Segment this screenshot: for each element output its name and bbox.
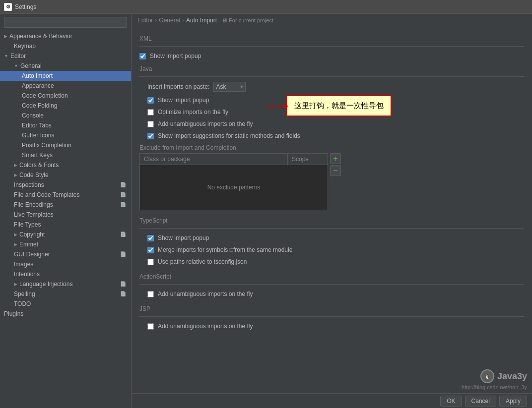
exclude-table: Class or package Scope No exclude patter…	[139, 153, 328, 210]
sidebar-item-file-and-code-templates[interactable]: File and Code Templates 📄	[0, 190, 131, 200]
as-add-unambiguous-checkbox[interactable]	[147, 291, 154, 297]
sidebar-item-code-style[interactable]: ▶ Code Style	[0, 170, 131, 180]
sidebar-item-images[interactable]: Images	[0, 259, 131, 269]
sidebar-item-spelling[interactable]: Spelling 📄	[0, 289, 131, 299]
breadcrumb: Editor › General › Auto Import 🖥 For cur…	[132, 14, 532, 27]
sidebar-item-colors-fonts[interactable]: ▶ Colors & Fonts	[0, 160, 131, 170]
sidebar-item-label: Inspections	[14, 181, 44, 188]
sidebar-item-code-completion[interactable]: Code Completion	[0, 91, 131, 101]
java-show-import-popup-label: Show import popup	[158, 97, 209, 104]
sidebar-item-postfix-completion[interactable]: Postfix Completion	[0, 140, 131, 150]
sidebar-item-emmet[interactable]: ▶ Emmet	[0, 239, 131, 249]
exclude-col-class: Class or package	[140, 154, 288, 165]
page-icon: 📄	[120, 291, 127, 297]
sidebar-item-label: Keymap	[14, 43, 36, 50]
ts-use-paths-checkbox[interactable]	[147, 259, 154, 265]
insert-imports-select[interactable]: Ask Always Never	[213, 82, 246, 92]
java-checkboxes-container: Show import popup Optimize imports on th…	[147, 96, 524, 140]
breadcrumb-auto-import: Auto Import	[186, 17, 217, 24]
sidebar-item-auto-import[interactable]: Auto Import	[0, 71, 131, 81]
xml-show-import-popup-label: Show import popup	[150, 53, 201, 59]
content-panel: Editor › General › Auto Import 🖥 For cur…	[132, 14, 532, 408]
java-show-static-checkbox[interactable]	[147, 133, 154, 139]
sidebar-item-plugins[interactable]: Plugins	[0, 309, 131, 319]
breadcrumb-editor: Editor	[137, 17, 153, 24]
sidebar-item-label: GUI Designer	[14, 251, 50, 258]
actionscript-section-label: ActionScript	[139, 273, 524, 280]
ts-merge-imports-row: Merge imports for symbols □from the same…	[147, 245, 524, 254]
remove-pattern-button[interactable]: −	[330, 165, 341, 176]
sidebar-item-label: Language Injections	[19, 281, 72, 288]
sidebar-item-code-folding[interactable]: Code Folding	[0, 101, 131, 111]
table-buttons: + −	[330, 153, 341, 176]
sidebar-item-label: File and Code Templates	[14, 191, 80, 198]
exclude-label: Exclude from Import and Completion	[139, 144, 524, 151]
java-optimize-imports-checkbox[interactable]	[147, 109, 154, 116]
cancel-button[interactable]: Cancel	[465, 396, 496, 407]
jsp-section: JSP Add unambiguous imports on the fly	[139, 305, 524, 331]
sidebar-item-editor[interactable]: ▼ Editor	[0, 51, 131, 61]
sidebar-item-label: Auto Import	[22, 72, 53, 79]
annotation-text: 这里打钩，就是一次性导包	[294, 101, 384, 110]
add-pattern-button[interactable]: +	[330, 153, 341, 164]
ts-merge-imports-checkbox[interactable]	[147, 247, 154, 253]
chevron-right-icon: ▶	[14, 232, 17, 237]
page-icon: 📄	[120, 281, 127, 287]
xml-show-import-popup-checkbox[interactable]	[139, 53, 146, 59]
sidebar-item-file-types[interactable]: File Types	[0, 220, 131, 230]
sidebar-item-copyright[interactable]: ▶ Copyright 📄	[0, 230, 131, 239]
sidebar-item-keymap[interactable]: Keymap	[0, 41, 131, 51]
sidebar-item-file-encodings[interactable]: File Encodings 📄	[0, 200, 131, 210]
java-add-unambiguous-checkbox[interactable]	[147, 121, 154, 127]
sidebar-item-label: Postfix Completion	[22, 142, 71, 149]
sidebar-item-label: Emmet	[19, 241, 38, 248]
java-show-import-popup-checkbox[interactable]	[147, 97, 154, 104]
sidebar: ▶ Appearance & Behavior Keymap ▼ Editor …	[0, 14, 132, 408]
sidebar-item-language-injections[interactable]: ▶ Language Injections 📄	[0, 279, 131, 289]
apply-button[interactable]: Apply	[499, 396, 527, 407]
page-icon: 📄	[120, 251, 127, 257]
sidebar-item-console[interactable]: Console	[0, 111, 131, 120]
sidebar-item-editor-tabs[interactable]: Editor Tabs	[0, 120, 131, 130]
search-box[interactable]	[0, 14, 131, 31]
chevron-right-icon: ▶	[14, 173, 17, 177]
sidebar-item-smart-keys[interactable]: Smart Keys	[0, 150, 131, 160]
breadcrumb-arrow: ›	[155, 17, 157, 24]
sidebar-item-label: Appearance & Behavior	[9, 33, 72, 40]
jsp-section-label: JSP	[139, 305, 524, 312]
insert-imports-select-wrapper[interactable]: Ask Always Never	[213, 82, 246, 92]
ts-use-paths-label: Use paths relative to tsconfig.json	[158, 258, 247, 265]
sidebar-item-label: Intentions	[14, 271, 40, 278]
sidebar-item-gutter-icons[interactable]: Gutter Icons	[0, 130, 131, 140]
sidebar-item-label: General	[20, 62, 42, 69]
settings-content: XML Show import popup Java Insert import…	[132, 27, 532, 393]
java-add-unambiguous-label: Add unambiguous imports on the fly	[158, 120, 253, 127]
page-icon: 📄	[120, 182, 127, 188]
annotation-container: 这里打钩，就是一次性导包	[266, 103, 392, 117]
sidebar-item-appearance[interactable]: Appearance	[0, 81, 131, 91]
java-divider	[139, 76, 524, 77]
search-input[interactable]	[4, 17, 127, 28]
sidebar-item-label: Images	[14, 261, 33, 268]
sidebar-item-label: Live Templates	[14, 211, 54, 218]
java-show-static-row: Show import suggestions for static metho…	[147, 131, 524, 140]
window-title: Settings	[15, 3, 36, 10]
ok-button[interactable]: OK	[440, 396, 462, 407]
sidebar-item-label: File Encodings	[14, 201, 53, 208]
jsp-add-unambiguous-checkbox[interactable]	[147, 323, 154, 330]
jsp-divider	[139, 316, 524, 317]
sidebar-item-inspections[interactable]: Inspections 📄	[0, 180, 131, 190]
java-add-unambiguous-row: Add unambiguous imports on the fly	[147, 119, 524, 128]
sidebar-item-live-templates[interactable]: Live Templates	[0, 210, 131, 220]
sidebar-item-appearance-behavior[interactable]: ▶ Appearance & Behavior	[0, 31, 131, 41]
sidebar-item-gui-designer[interactable]: GUI Designer 📄	[0, 249, 131, 259]
main-layout: ▶ Appearance & Behavior Keymap ▼ Editor …	[0, 14, 532, 408]
chevron-down-icon: ▼	[14, 63, 18, 68]
ts-show-import-popup-label: Show import popup	[158, 234, 209, 241]
java-show-static-label: Show import suggestions for static metho…	[158, 132, 300, 139]
ts-show-import-popup-checkbox[interactable]	[147, 235, 154, 241]
sidebar-item-todo[interactable]: TODO	[0, 299, 131, 309]
sidebar-item-general[interactable]: ▼ General	[0, 61, 131, 71]
sidebar-item-intentions[interactable]: Intentions	[0, 269, 131, 279]
actionscript-checkboxes: Add unambiguous imports on the fly	[147, 290, 524, 298]
